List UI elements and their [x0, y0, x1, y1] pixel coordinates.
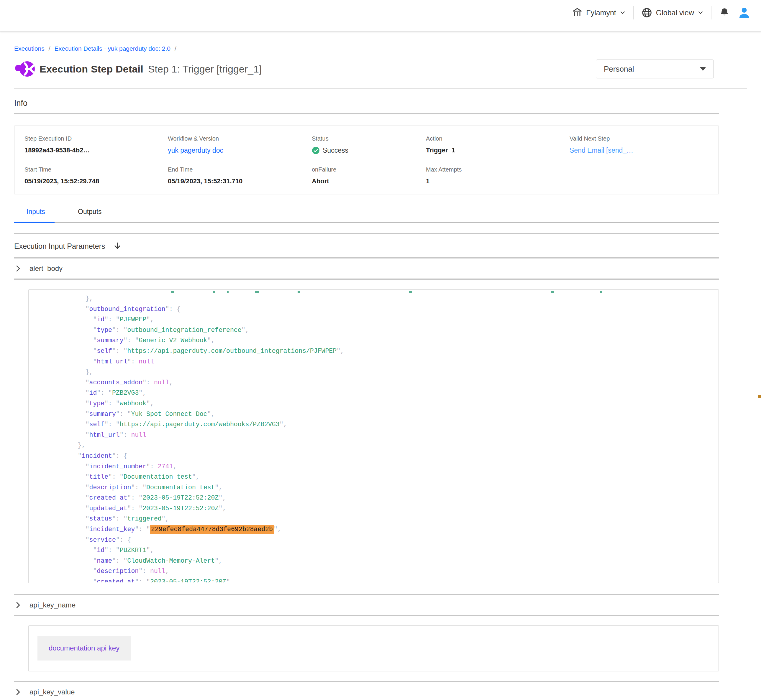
title-row: Execution Step Detail Step 1: Trigger [t…: [14, 58, 747, 80]
section-divider: [14, 233, 719, 234]
breadcrumb-link-execution-details[interactable]: Execution Details - yuk pagerduty doc: 2…: [55, 45, 171, 52]
params-heading-row: Execution Input Parameters: [14, 241, 747, 252]
active-tab-indicator: [14, 222, 55, 223]
code-line: },: [32, 294, 719, 304]
expander-alert-body[interactable]: alert_body: [14, 258, 719, 278]
scrollbar-highlight-marker: [758, 395, 761, 398]
title-divider: [14, 88, 747, 89]
field-label: Start Time: [25, 166, 168, 173]
chevron-right-icon: [14, 265, 22, 272]
tab-bar: Inputs Outputs: [14, 208, 719, 223]
header-divider: [711, 6, 711, 19]
code-line: "type": "webhook",: [32, 398, 719, 409]
code-line: "accounts_addon": null,: [32, 378, 719, 388]
code-line: "outbound_integration": {: [32, 304, 719, 315]
info-card: Step Execution ID18992a43-9538-4b2…Workf…: [14, 125, 719, 194]
section-divider: [14, 278, 719, 280]
user-avatar-icon[interactable]: [738, 6, 751, 19]
expander-label: api_key_value: [30, 688, 75, 696]
code-line: "updated_at": "2023-05-19T22:52:20Z",: [32, 503, 719, 514]
code-line: "self": "https://api.pagerduty.com/outbo…: [32, 346, 719, 357]
code-line: "description": "Documentation test",: [32, 483, 719, 493]
code-line: "html_url": null: [32, 430, 719, 441]
header-divider: [633, 6, 634, 19]
org-switcher[interactable]: Fylamynt: [572, 7, 625, 18]
code-line: "id": "PJFWPEP",: [32, 314, 719, 325]
info-field: End Time05/19/2023, 15:52:31.710: [168, 166, 312, 185]
download-icon[interactable]: [113, 242, 122, 250]
view-switcher[interactable]: Global view: [641, 7, 703, 18]
info-divider: [14, 113, 719, 114]
field-value: 18992a43-9538-4b2…: [25, 147, 168, 154]
code-line: "title": "Documentation test",: [32, 472, 719, 483]
info-field: onFailureAbort: [312, 166, 426, 185]
tab-outputs[interactable]: Outputs: [78, 208, 102, 216]
scope-select[interactable]: Personal: [596, 59, 714, 78]
field-value[interactable]: yuk pagerduty doc: [168, 147, 312, 155]
page-title: Execution Step Detail: [39, 63, 143, 75]
info-field: Valid Next StepSend Email [send_…: [570, 135, 708, 155]
info-grid: Step Execution ID18992a43-9538-4b2…Workf…: [25, 135, 708, 185]
section-divider: [14, 615, 719, 616]
expander-api-key-value[interactable]: api_key_value: [14, 682, 719, 700]
code-line: "description": null,: [32, 566, 719, 577]
expander-api-key-name[interactable]: api_key_name: [14, 595, 719, 615]
scope-select-value: Personal: [604, 64, 634, 74]
org-label: Fylamynt: [586, 9, 616, 17]
code-line: "incident_number": 2741,: [32, 462, 719, 472]
field-value: Abort: [312, 177, 426, 185]
view-label: Global view: [656, 9, 694, 17]
code-line: "id": "PUZKRT1",: [32, 545, 719, 556]
code-line: "service": {: [32, 535, 719, 545]
code-line: },: [32, 440, 719, 451]
field-value: Success: [312, 147, 426, 155]
code-line: "name": "CloudWatch-Memory-Alert",: [32, 556, 719, 567]
params-heading: Execution Input Parameters: [14, 242, 105, 250]
search-highlight: 229efec8feda44778d3fe692b28aed2b: [150, 525, 274, 534]
organization-bank-icon: [572, 7, 582, 18]
info-field: StatusSuccess: [312, 135, 426, 155]
field-label: Max Attempts: [426, 166, 570, 173]
top-header: Fylamynt Global view: [0, 0, 761, 31]
success-check-icon: [312, 147, 320, 155]
clipped-code-line: "created_at": "2023-05-19T22:52:20Z",: [32, 577, 719, 583]
page-subtitle: Step 1: Trigger [trigger_1]: [148, 63, 262, 75]
tab-inputs[interactable]: Inputs: [27, 208, 45, 216]
code-line: "summary": "Generic V2 Webhook",: [32, 335, 719, 346]
code-line: "status": "triggered",: [32, 514, 719, 524]
info-field: Step Execution ID18992a43-9538-4b2…: [25, 135, 168, 155]
breadcrumb-separator: /: [175, 45, 176, 52]
code-line: "summary": "Yuk Spot Connect Doc",: [32, 409, 719, 420]
code-line: "created_at": "2023-05-19T22:52:20Z",: [32, 493, 719, 503]
field-value: Trigger_1: [426, 147, 570, 154]
info-field: Start Time05/19/2023, 15:52:29.748: [25, 166, 168, 185]
code-content: }, "outbound_integration": { "id": "PJFW…: [32, 294, 719, 583]
json-code-block: }, "outbound_integration": { "id": "PJFW…: [28, 289, 719, 583]
fylamynt-logo-icon: [14, 59, 35, 79]
notifications-bell-icon[interactable]: [719, 7, 730, 18]
field-value: 1: [426, 177, 570, 185]
code-line: "self": "https://api.pagerduty.com/webho…: [32, 419, 719, 430]
field-value: 05/19/2023, 15:52:31.710: [168, 177, 312, 185]
status-text: Success: [323, 147, 348, 155]
chevron-right-icon: [14, 601, 22, 609]
code-line: "type": "outbound_integration_reference"…: [32, 325, 719, 336]
field-label: Step Execution ID: [25, 135, 168, 142]
api-key-name-value-card: documentation api key: [28, 625, 719, 672]
field-label: Valid Next Step: [570, 135, 708, 142]
chevron-right-icon: [14, 688, 22, 696]
api-key-name-chip: documentation api key: [38, 636, 131, 661]
field-value: 05/19/2023, 15:52:29.748: [25, 177, 168, 185]
caret-down-icon: [700, 67, 706, 71]
breadcrumb-link-executions[interactable]: Executions: [14, 45, 45, 52]
code-line: "id": "PZB2VG3",: [32, 388, 719, 398]
tab-strip-line: [55, 222, 719, 223]
field-label: Action: [426, 135, 570, 142]
field-value[interactable]: Send Email [send_…: [570, 147, 708, 155]
chevron-down-icon: [698, 10, 703, 16]
code-line: "incident": {: [32, 451, 719, 462]
globe-icon: [641, 7, 653, 18]
info-field: Workflow & Versionyuk pagerduty doc: [168, 135, 312, 155]
field-label: onFailure: [312, 166, 426, 173]
code-line: "html_url": null: [32, 357, 719, 367]
